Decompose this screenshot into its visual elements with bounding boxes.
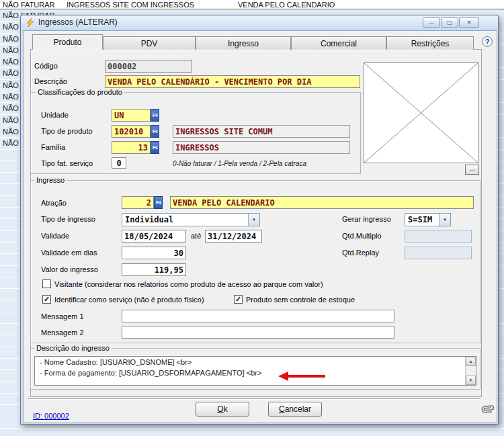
atracao-lookup-icon[interactable]: F4 [154, 196, 163, 209]
familia-desc: INGRESSOS [173, 141, 350, 154]
familia-field[interactable] [112, 141, 151, 154]
header-cell: NÃO FATURAR [3, 1, 54, 9]
tipo-produto-label: Tipo de produto [41, 127, 93, 135]
validade-fim-field[interactable] [205, 230, 262, 243]
validade-dias-label: Validade em dias [41, 249, 97, 257]
descricao-field[interactable] [105, 75, 360, 88]
scrollbar[interactable]: ▲ ▼ [465, 357, 476, 385]
familia-label: Família [41, 143, 65, 151]
classificacoes-title: Classificações do produto [36, 88, 124, 96]
tipo-produto-field[interactable] [112, 125, 151, 138]
estoque-checkbox[interactable]: ✓ [234, 295, 243, 304]
product-image-placeholder [364, 62, 478, 163]
gerar-ingresso-value: S=SIM [405, 215, 439, 224]
qtd-multiplo-label: Qtd.Multiplo [342, 232, 382, 240]
tipo-ingresso-select[interactable]: Individual ▼ [122, 213, 260, 226]
descricao-ingresso-textarea[interactable]: - Nome Cadastro: [USUARIO_DSNOME] <br> -… [34, 356, 476, 386]
ok-button-label: Ok [217, 404, 227, 414]
codigo-field[interactable] [105, 60, 192, 73]
help-icon[interactable]: ? [482, 36, 493, 47]
tipo-fat-hint: 0-Não faturar / 1-Pela venda / 2-Pela ca… [173, 160, 306, 167]
qtd-multiplo-field [405, 230, 472, 243]
unidade-field[interactable] [112, 109, 151, 122]
chevron-down-icon[interactable]: ▼ [248, 214, 259, 226]
footer-separator [28, 398, 480, 400]
validade-dias-field[interactable] [122, 247, 186, 259]
servico-checkbox[interactable]: ✓ [42, 295, 51, 304]
header-cell: INGRESSOS SITE COM INGRESSOS [67, 1, 194, 9]
descricao-label: Descrição [34, 77, 67, 85]
maximize-button-icon[interactable]: ▢ [441, 17, 458, 28]
ingresso-group-title: Ingresso [34, 176, 67, 184]
codigo-label: Código [34, 62, 58, 70]
image-browse-icon[interactable]: ... [465, 165, 479, 175]
validade-label: Validade [41, 232, 69, 240]
visitante-label: Visitante (considerar nos relatorios com… [54, 280, 323, 288]
valor-ingresso-field[interactable] [122, 263, 186, 276]
scroll-up-icon[interactable]: ▲ [466, 357, 476, 366]
chevron-down-icon[interactable]: ▼ [439, 214, 450, 226]
annotation-arrow-icon [278, 372, 327, 381]
window-controls: — ▢ ✕ [423, 17, 479, 28]
ok-button[interactable]: Ok [196, 402, 249, 417]
servico-label: Identificar como serviço (não é produto … [54, 296, 204, 304]
tipo-produto-lookup-icon[interactable]: F4 [151, 125, 159, 138]
titlebar[interactable]: Ingressos (ALTERAR) — ▢ ✕ [21, 15, 498, 30]
table-header: NÃO FATURAR INGRESSOS SITE COM INGRESSOS… [0, 0, 504, 9]
qtd-replay-label: Qtd.Replay [342, 249, 379, 257]
tab-produto[interactable]: Produto [32, 34, 103, 50]
gerar-ingresso-label: Gerar ingresso [342, 215, 391, 223]
descricao-line: - Nome Cadastro: [USUARIO_DSNOME] <br> [35, 357, 476, 367]
image-cross-icon [364, 63, 478, 163]
minimize-button-icon[interactable]: — [423, 17, 440, 28]
tab-pdv[interactable]: PDV [103, 36, 196, 50]
visitante-checkbox[interactable] [42, 279, 51, 288]
descricao-ingresso-title: Descrição do ingresso [34, 344, 112, 352]
estoque-label: Produto sem controle de estoque [246, 296, 355, 304]
qtd-replay-field [405, 247, 472, 259]
atracao-label: Atração [41, 199, 67, 207]
close-button-icon[interactable]: ✕ [459, 17, 479, 28]
cancel-button-label: Cancelar [279, 404, 311, 414]
record-id-link[interactable]: ID: 000002 [33, 412, 69, 420]
mensagem2-label: Mensagem 2 [41, 329, 84, 337]
tipo-fat-field[interactable] [112, 157, 126, 169]
unidade-lookup-icon[interactable]: F4 [151, 109, 159, 122]
window-title: Ingressos (ALTERAR) [38, 17, 118, 27]
tipo-ingresso-label: Tipo de ingresso [41, 215, 95, 223]
app-icon [25, 17, 35, 28]
tab-comercial[interactable]: Comercial [291, 36, 386, 50]
mensagem1-input[interactable] [122, 310, 394, 322]
tab-restricoes[interactable]: Restrições [386, 36, 474, 50]
atracao-desc-field[interactable] [170, 196, 474, 209]
screen: NÃO FATURAR INGRESSOS SITE COM INGRESSOS… [0, 0, 504, 436]
cancel-button[interactable]: Cancelar [268, 402, 322, 417]
tab-ingresso[interactable]: Ingresso [196, 36, 291, 50]
familia-lookup-icon[interactable]: F4 [151, 141, 159, 154]
mensagem1-label: Mensagem 1 [41, 312, 84, 320]
ingressos-dialog: Ingressos (ALTERAR) — ▢ ✕ Produto PDV In… [20, 15, 499, 425]
tipo-ingresso-value: Individual [122, 215, 248, 224]
ate-label: até [191, 232, 201, 240]
unidade-label: Unidade [41, 111, 69, 119]
header-cell: VENDA PELO CALENDARIO [238, 1, 335, 9]
valor-ingresso-label: Valor do ingresso [41, 265, 98, 273]
tab-bar: Produto PDV Ingresso Comercial Restriçõe… [32, 34, 474, 50]
atracao-field[interactable] [122, 196, 154, 209]
tipo-fat-label: Tipo fat. serviço [41, 159, 93, 167]
tipo-produto-desc: INGRESSOS SITE COMUM [173, 125, 350, 138]
scroll-down-icon[interactable]: ▼ [466, 376, 476, 385]
descricao-line: - Forma de pagamento: [USUARIO_DSFORMAPA… [35, 367, 476, 378]
gerar-ingresso-select[interactable]: S=SIM ▼ [405, 213, 451, 226]
validade-inicio-field[interactable] [122, 230, 186, 243]
mensagem2-input[interactable] [122, 326, 394, 339]
